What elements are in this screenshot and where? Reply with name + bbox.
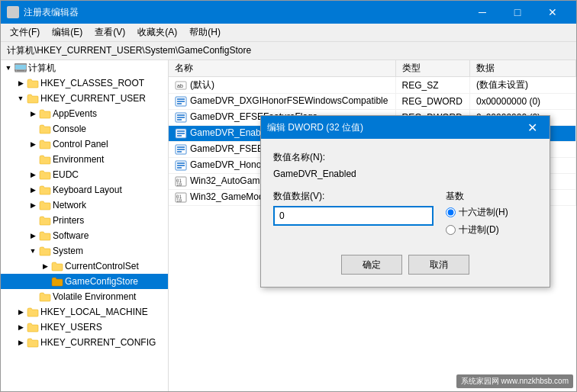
tree-item-hkcc[interactable]: ▶ HKEY_CURRENT_CONFIG — [1, 335, 168, 350]
table-row[interactable]: GameDVR_DXGIHonorFSEWindowsCompatibleREG… — [169, 94, 576, 110]
folder-icon-volatile — [39, 291, 51, 303]
col-header-type: 类型 — [395, 60, 469, 77]
table-cell-data: 0x00000000 (0) — [470, 94, 576, 110]
address-bar: 计算机\HKEY_CURRENT_USER\System\GameConfigS… — [1, 42, 576, 60]
tree-item-hklm[interactable]: ▶ HKEY_LOCAL_MACHINE — [1, 304, 168, 320]
folder-icon-hklm — [27, 306, 39, 318]
toggle-appevents: ▶ — [27, 108, 39, 120]
tree-item-printers[interactable]: ▶ Printers — [1, 213, 168, 228]
maximize-button[interactable]: □ — [500, 1, 535, 24]
tree-item-computer[interactable]: ▼ 计算机 — [1, 60, 168, 76]
folder-icon-currentcontrolset — [51, 260, 63, 272]
dialog-buttons: 确定 取消 — [261, 249, 550, 287]
toggle-keyboardlayout: ▶ — [27, 184, 39, 196]
tree-item-system[interactable]: ▼ System — [1, 243, 168, 259]
tree-item-keyboardlayout[interactable]: ▶ Keyboard Layout — [1, 182, 168, 198]
dialog-close-button[interactable]: ✕ — [521, 116, 543, 139]
tree-item-currentcontrolset[interactable]: ▶ CurrentControlSet — [1, 259, 168, 274]
name-value: GameDVR_Enabled — [273, 167, 537, 181]
radio-hex[interactable] — [446, 207, 456, 217]
menu-favorites[interactable]: 收藏夹(A) — [131, 24, 183, 40]
svg-rect-24 — [177, 165, 185, 166]
computer-icon — [15, 62, 27, 74]
toggle-eudc: ▶ — [27, 169, 39, 181]
folder-icon-gameconfigstore — [51, 275, 63, 288]
minimize-button[interactable]: ─ — [465, 1, 500, 24]
radio-dec[interactable] — [446, 225, 456, 235]
address-path: 计算机\HKEY_CURRENT_USER\System\GameConfigS… — [7, 44, 251, 57]
tree-label-hklm: HKEY_LOCAL_MACHINE — [40, 307, 148, 317]
folder-icon-network — [39, 199, 51, 211]
tree-label-hkcc: HKEY_CURRENT_CONFIG — [40, 337, 156, 348]
tree-item-console[interactable]: ▶ Console — [1, 121, 168, 137]
folder-icon-console — [39, 123, 51, 135]
toggle-system: ▼ — [27, 245, 39, 257]
close-button[interactable]: ✕ — [535, 1, 570, 24]
svg-rect-3 — [15, 65, 26, 69]
menu-edit[interactable]: 编辑(E) — [46, 24, 89, 40]
dialog-cancel-button[interactable]: 取消 — [408, 255, 469, 275]
dialog-title-bar: 编辑 DWORD (32 位值) ✕ — [261, 116, 550, 139]
menu-help[interactable]: 帮助(H) — [183, 24, 227, 40]
tree-item-gameconfigstore[interactable]: ▶ GameConfigStore — [1, 274, 168, 289]
dword-icon — [175, 111, 187, 124]
tree-item-eudc[interactable]: ▶ EUDC — [1, 167, 168, 182]
svg-rect-17 — [177, 135, 182, 137]
tree-item-network[interactable]: ▶ Network — [1, 198, 168, 213]
folder-icon-keyboardlayout — [39, 184, 51, 196]
tree-item-appevents[interactable]: ▶ AppEvents — [1, 106, 168, 121]
tree-item-volatile[interactable]: ▶ Volatile Environment — [1, 289, 168, 304]
watermark: 系统家园网 www.nnzkhbsb.com — [456, 374, 573, 388]
dialog-ok-button[interactable]: 确定 — [341, 255, 402, 275]
tree-label-environment: Environment — [53, 154, 104, 165]
tree-item-environment[interactable]: ▶ Environment — [1, 152, 168, 167]
svg-rect-19 — [177, 146, 185, 148]
svg-rect-20 — [177, 149, 185, 150]
tree-label-console: Console — [53, 124, 86, 134]
dword-icon — [175, 95, 187, 108]
toggle-controlpanel: ▶ — [27, 138, 39, 150]
toggle-software: ▶ — [27, 230, 39, 242]
tree-label-software: Software — [53, 230, 89, 241]
folder-icon-controlpanel — [39, 138, 51, 150]
radio-hex-item[interactable]: 十六进制(H) — [446, 206, 537, 219]
tree-label-hkcr: HKEY_CLASSES_ROOT — [40, 78, 144, 88]
tree-item-hkcu[interactable]: ▼ HKEY_CURRENT_USER — [1, 91, 168, 106]
radio-hex-label: 十六进制(H) — [459, 206, 508, 219]
svg-rect-21 — [177, 151, 182, 153]
table-cell-name: ab(默认) — [169, 77, 395, 94]
tree-label-network: Network — [53, 200, 86, 210]
radio-group: 十六进制(H) 十进制(D) — [446, 206, 537, 236]
radio-dec-label: 十进制(D) — [459, 223, 499, 236]
tree-item-hku[interactable]: ▶ HKEY_USERS — [1, 320, 168, 335]
svg-rect-13 — [177, 119, 182, 120]
svg-rect-8 — [177, 101, 185, 102]
title-bar: 注册表编辑器 ─ □ ✕ — [1, 1, 576, 24]
menu-view[interactable]: 查看(V) — [89, 24, 131, 40]
tree-label-hkcu: HKEY_CURRENT_USER — [40, 93, 146, 104]
tree-item-software[interactable]: ▶ Software — [1, 228, 168, 243]
table-cell-type: REG_SZ — [395, 77, 469, 94]
dword-icon — [175, 159, 187, 172]
table-row[interactable]: ab(默认)REG_SZ(数值未设置) — [169, 77, 576, 94]
toggle-network: ▶ — [27, 199, 39, 211]
radio-dec-item[interactable]: 十进制(D) — [446, 223, 537, 236]
data-value-input[interactable] — [273, 206, 434, 226]
folder-icon-software — [39, 230, 51, 242]
tree-item-controlpanel[interactable]: ▶ Control Panel — [1, 137, 168, 152]
dialog-row: 数值数据(V): 基数 十六进制(H) 十进制(D) — [273, 190, 537, 236]
svg-text:10: 10 — [176, 198, 182, 203]
menu-file[interactable]: 文件(F) — [4, 24, 46, 40]
folder-icon-hkcu — [27, 92, 39, 104]
binary-icon: 0110 — [175, 191, 187, 204]
registry-tree: ▼ 计算机 ▶ HKEY_CLASSES_ROOT ▼ — [1, 60, 169, 391]
toggle-computer: ▼ — [2, 62, 15, 74]
table-cell-data: (数值未设置) — [470, 77, 576, 94]
folder-icon-hkcr — [27, 77, 39, 89]
dialog-right: 基数 十六进制(H) 十进制(D) — [446, 190, 537, 236]
folder-icon-printers — [39, 214, 51, 227]
dword-icon — [175, 127, 187, 140]
window-title: 注册表编辑器 — [24, 6, 465, 19]
tree-item-hkcr[interactable]: ▶ HKEY_CLASSES_ROOT — [1, 76, 168, 91]
toggle-hkcr: ▶ — [15, 77, 27, 89]
